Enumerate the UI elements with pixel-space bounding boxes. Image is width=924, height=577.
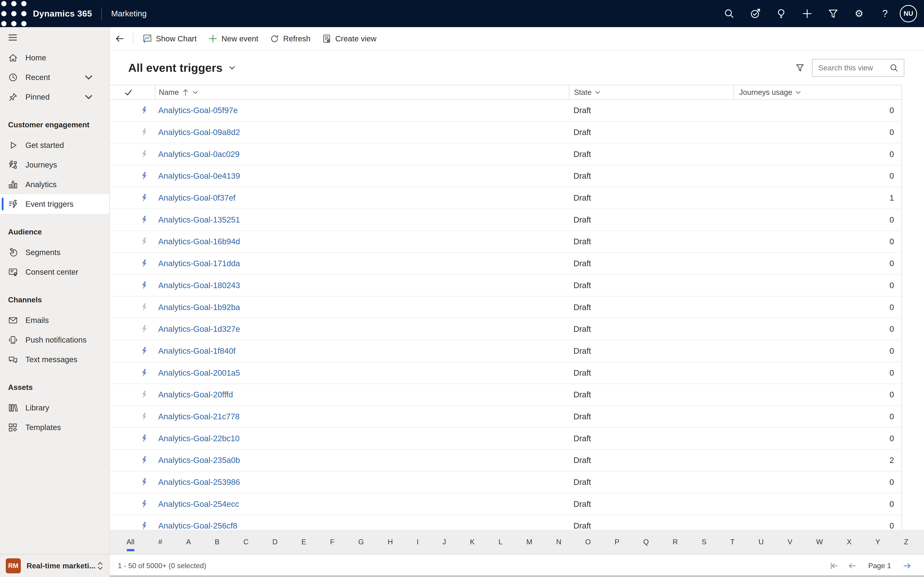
search-input[interactable]	[813, 64, 887, 72]
back-button[interactable]	[113, 30, 126, 47]
sidebar-item-push-notifications[interactable]: Push notifications	[0, 330, 109, 350]
jump-letter-b[interactable]: B	[214, 537, 220, 547]
record-name-link[interactable]: Analytics-Goal-0ac029	[155, 150, 569, 159]
table-row[interactable]: Analytics-Goal-22bc10Draft0	[110, 428, 901, 450]
sidebar-item-text-messages[interactable]: Text messages	[0, 350, 109, 369]
jump-letter-s[interactable]: S	[701, 537, 707, 547]
record-name-link[interactable]: Analytics-Goal-05f97e	[155, 106, 569, 115]
search-icon[interactable]	[889, 63, 898, 73]
jump-letter-o[interactable]: O	[585, 537, 591, 547]
table-row[interactable]: Analytics-Goal-20fffdDraft0	[110, 384, 901, 406]
jump-letter-w[interactable]: W	[816, 537, 824, 547]
sidebar-item-library[interactable]: Library	[0, 398, 109, 417]
sidebar-item-pinned[interactable]: Pinned	[0, 87, 109, 107]
jump-letter-a[interactable]: A	[186, 537, 192, 547]
select-all-checkbox[interactable]	[110, 85, 155, 99]
table-row[interactable]: Analytics-Goal-256cf8Draft0	[110, 515, 901, 530]
table-row[interactable]: Analytics-Goal-180243Draft0	[110, 275, 901, 297]
add-button[interactable]	[794, 0, 820, 27]
jump-letter-z[interactable]: Z	[903, 537, 909, 547]
jump-letter-f[interactable]: F	[330, 537, 335, 547]
search-button[interactable]	[716, 0, 742, 27]
settings-button[interactable]: ⚙	[846, 0, 872, 27]
target-check-button[interactable]	[742, 0, 768, 27]
jump-letter-c[interactable]: C	[243, 537, 249, 547]
lightbulb-button[interactable]	[768, 0, 794, 27]
table-row[interactable]: Analytics-Goal-16b94dDraft0	[110, 231, 901, 253]
sidebar-item-recent[interactable]: Recent	[0, 68, 109, 87]
record-name-link[interactable]: Analytics-Goal-22bc10	[155, 434, 569, 443]
sidebar-item-home[interactable]: Home	[0, 48, 109, 68]
app-launcher-button[interactable]	[0, 0, 28, 27]
jump-letter-n[interactable]: N	[556, 537, 562, 547]
jump-letter-q[interactable]: Q	[643, 537, 649, 547]
table-row[interactable]: Analytics-Goal-21c778Draft0	[110, 406, 901, 428]
jump-letter-t[interactable]: T	[730, 537, 735, 547]
record-name-link[interactable]: Analytics-Goal-1d327e	[155, 324, 569, 334]
sidebar-item-consent-center[interactable]: Consent center	[0, 262, 109, 282]
jump-letter-all[interactable]: All	[126, 537, 135, 547]
record-name-link[interactable]: Analytics-Goal-21c778	[155, 412, 569, 421]
sidebar-item-get-started[interactable]: Get started	[0, 135, 109, 155]
sidebar-item-analytics[interactable]: Analytics	[0, 175, 109, 194]
jump-letter-j[interactable]: J	[442, 537, 447, 547]
jump-letter-r[interactable]: R	[672, 537, 678, 547]
record-name-link[interactable]: Analytics-Goal-0e4139	[155, 171, 569, 181]
record-name-link[interactable]: Analytics-Goal-256cf8	[155, 521, 569, 530]
sidebar-item-emails[interactable]: Emails	[0, 310, 109, 330]
table-row[interactable]: Analytics-Goal-1b92baDraft0	[110, 297, 901, 319]
record-name-link[interactable]: Analytics-Goal-1f840f	[155, 347, 569, 356]
sidebar-item-templates[interactable]: Templates	[0, 417, 109, 437]
record-name-link[interactable]: Analytics-Goal-235a0b	[155, 456, 569, 465]
jump-letter-u[interactable]: U	[758, 537, 764, 547]
record-name-link[interactable]: Analytics-Goal-171dda	[155, 259, 569, 268]
chevron-down-icon[interactable]	[228, 64, 236, 71]
help-button[interactable]: ?	[872, 0, 898, 27]
jump-letter-v[interactable]: V	[787, 537, 793, 547]
create-view-button[interactable]: Create view	[320, 31, 379, 47]
column-header-name[interactable]: Name	[155, 85, 569, 99]
jump-letter-y[interactable]: Y	[875, 537, 881, 547]
record-name-link[interactable]: Analytics-Goal-09a8d2	[155, 128, 569, 137]
table-row[interactable]: Analytics-Goal-0e4139Draft0	[110, 165, 901, 187]
column-header-state[interactable]: State	[569, 85, 733, 99]
record-name-link[interactable]: Analytics-Goal-16b94d	[155, 237, 569, 246]
chevron-down-icon[interactable]	[795, 89, 801, 95]
table-row[interactable]: Analytics-Goal-135251Draft0	[110, 209, 901, 231]
refresh-button[interactable]: Refresh	[268, 31, 313, 47]
previous-page-button[interactable]	[847, 561, 857, 571]
user-avatar[interactable]: NU	[900, 5, 917, 22]
edit-filters-button[interactable]	[789, 59, 811, 77]
table-row[interactable]: Analytics-Goal-1d327eDraft0	[110, 319, 901, 340]
filter-button[interactable]	[820, 0, 846, 27]
record-name-link[interactable]: Analytics-Goal-254ecc	[155, 500, 569, 509]
jump-letter-k[interactable]: K	[469, 537, 475, 547]
jump-letter-x[interactable]: X	[846, 537, 852, 547]
next-page-button[interactable]	[902, 561, 913, 571]
table-row[interactable]: Analytics-Goal-1f840fDraft0	[110, 340, 901, 363]
show-chart-button[interactable]: Show Chart	[141, 31, 199, 47]
jump-letter-l[interactable]: L	[498, 537, 503, 547]
record-name-link[interactable]: Analytics-Goal-253986	[155, 477, 569, 487]
jump-letter-e[interactable]: E	[301, 537, 307, 547]
jump-letter-hash[interactable]: #	[158, 537, 163, 547]
sidebar-item-journeys[interactable]: Journeys	[0, 155, 109, 175]
column-header-journeys-usage[interactable]: Journeys usage	[733, 85, 902, 99]
table-row[interactable]: Analytics-Goal-09a8d2Draft0	[110, 122, 901, 143]
jump-letter-m[interactable]: M	[526, 537, 533, 547]
table-row[interactable]: Analytics-Goal-0ac029Draft0	[110, 143, 901, 165]
table-row[interactable]: Analytics-Goal-05f97eDraft0	[110, 100, 901, 122]
record-name-link[interactable]: Analytics-Goal-180243	[155, 281, 569, 290]
sidebar-item-event-triggers[interactable]: Event triggers	[0, 194, 109, 214]
record-name-link[interactable]: Analytics-Goal-1b92ba	[155, 303, 569, 312]
chevron-down-icon[interactable]	[192, 89, 199, 95]
view-selector[interactable]: All event triggers	[128, 61, 223, 74]
table-row[interactable]: Analytics-Goal-253986Draft0	[110, 472, 901, 493]
table-row[interactable]: Analytics-Goal-254eccDraft0	[110, 493, 901, 515]
record-name-link[interactable]: Analytics-Goal-0f37ef	[155, 193, 569, 203]
sidebar-item-segments[interactable]: Segments	[0, 243, 109, 262]
new-event-button[interactable]: New event	[206, 31, 261, 47]
jump-letter-d[interactable]: D	[272, 537, 278, 547]
sitemap-toggle-button[interactable]	[0, 27, 109, 48]
record-name-link[interactable]: Analytics-Goal-2001a5	[155, 368, 569, 377]
